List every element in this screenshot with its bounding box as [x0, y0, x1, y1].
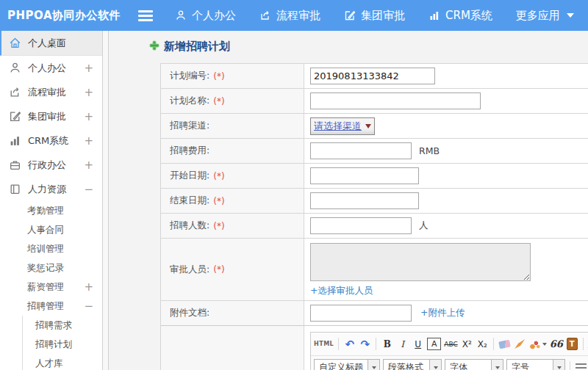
- font-style-button[interactable]: A: [427, 338, 441, 350]
- end-date-input[interactable]: [310, 192, 419, 209]
- plan-number-input[interactable]: [310, 68, 435, 84]
- headcount-input[interactable]: [310, 217, 412, 234]
- process-icon: [9, 86, 21, 98]
- unit-suffix: 人: [419, 220, 429, 232]
- sidebar-item-recruit-mgmt[interactable]: 招聘管理−: [0, 297, 102, 316]
- home-icon: [9, 37, 21, 49]
- topnav-group-approval[interactable]: 集团审批: [344, 9, 405, 23]
- sidebar-item-recruit-plan[interactable]: 招聘计划: [23, 335, 102, 354]
- bold-button[interactable]: B: [381, 337, 393, 352]
- sidebar-item-crm[interactable]: CRM系统 +: [0, 128, 102, 153]
- sidebar-item-recruit-demand[interactable]: 招聘需求: [23, 316, 102, 335]
- topnav-personal-office[interactable]: 个人办公: [175, 9, 236, 23]
- form-row-plan-name: 计划名称:(*): [161, 89, 588, 114]
- align-left-icon[interactable]: [575, 360, 587, 370]
- form-row-attachment: 附件文档: +附件上传: [161, 301, 588, 326]
- approvers-textarea[interactable]: [310, 243, 531, 281]
- redo-icon[interactable]: ↷: [359, 337, 371, 352]
- edit-square-icon: [344, 10, 356, 21]
- form-row-channel: 招聘渠道: 请选择渠道: [161, 114, 588, 139]
- paragraph-format-select[interactable]: 段落格式: [383, 359, 442, 370]
- underline-button[interactable]: U: [412, 337, 424, 352]
- topnav-more-apps[interactable]: 更多应用: [516, 9, 574, 23]
- rich-text-editor: HTML ↶ ↷ B I U A ABC X² X₂: [310, 332, 588, 370]
- editor-toolbar-row1: HTML ↶ ↷ B I U A ABC X² X₂: [311, 333, 588, 356]
- editor-toolbar-row2: 自定义标题 段落格式 字体 字号 ∞ ∞: [311, 356, 588, 370]
- topnav-process-approval[interactable]: 流程审批: [259, 9, 320, 23]
- main-content: 新增招聘计划 计划编号:(*) 计划名称:(*) 招聘渠道: 请选择渠道: [109, 31, 588, 370]
- cost-input[interactable]: [310, 142, 412, 159]
- sidebar-item-personal-office[interactable]: 个人办公 +: [0, 56, 102, 80]
- paint-dropdown-icon[interactable]: [529, 337, 547, 352]
- sidebar-item-hr-contract[interactable]: 人事合同: [0, 220, 102, 239]
- collapse-minus-icon[interactable]: −: [84, 300, 93, 313]
- sidebar-scrollbar[interactable]: [102, 31, 109, 370]
- field-label: 附件文档:: [170, 307, 209, 319]
- user-icon: [9, 62, 21, 74]
- required-marker: (*): [213, 71, 224, 81]
- paste-icon[interactable]: T: [566, 337, 578, 352]
- field-label: 招聘人数:: [170, 220, 209, 232]
- custom-title-select[interactable]: 自定义标题: [314, 359, 380, 370]
- field-label: 开始日期:: [170, 170, 209, 182]
- top-navigation: 个人办公 流程审批 集团审批 CRM系统 更多应用: [175, 9, 574, 23]
- expand-plus-icon[interactable]: +: [84, 159, 93, 172]
- font-size-select[interactable]: 字号: [506, 359, 565, 370]
- form-row-headcount: 招聘人数:(*) 人: [161, 214, 588, 239]
- sidebar-item-rewards[interactable]: 奖惩记录: [0, 258, 102, 278]
- sidebar-item-salary[interactable]: 薪资管理+: [0, 278, 102, 297]
- html-source-button[interactable]: HTML: [314, 337, 334, 352]
- channel-select[interactable]: 请选择渠道: [310, 117, 375, 135]
- superscript-button[interactable]: X²: [461, 337, 473, 352]
- subscript-button[interactable]: X₂: [476, 337, 489, 352]
- field-label: 计划名称:: [170, 95, 209, 107]
- expand-plus-icon[interactable]: +: [84, 134, 93, 148]
- field-label: 招聘渠道:: [170, 120, 209, 132]
- sidebar-item-admin-office[interactable]: 行政办公 +: [0, 153, 102, 177]
- plan-name-input[interactable]: [310, 92, 481, 109]
- start-date-input[interactable]: [310, 167, 419, 184]
- user-icon: [175, 10, 187, 21]
- book-icon: [9, 183, 21, 195]
- briefcase-icon: [9, 159, 21, 171]
- field-label: 计划编号:: [170, 70, 209, 82]
- edit-square-icon: [9, 110, 21, 123]
- sidebar-item-desktop[interactable]: 个人桌面: [0, 31, 102, 56]
- expand-plus-icon[interactable]: +: [84, 110, 93, 123]
- menu-toggle-icon[interactable]: [138, 10, 153, 21]
- sidebar-item-hr[interactable]: 人力资源 −: [0, 177, 102, 201]
- attachment-upload-link[interactable]: +附件上传: [420, 307, 465, 319]
- required-marker: (*): [213, 171, 224, 181]
- choose-approvers-link[interactable]: +选择审批人员: [310, 285, 373, 297]
- recruit-plan-form: 计划编号:(*) 计划名称:(*) 招聘渠道: 请选择渠道: [160, 63, 588, 370]
- add-plus-icon: [149, 40, 159, 54]
- required-marker: (*): [213, 96, 224, 106]
- strikethrough-button[interactable]: ABC: [444, 337, 457, 352]
- italic-button[interactable]: I: [396, 337, 409, 352]
- bar-chart-icon: [9, 134, 21, 147]
- sidebar-item-attendance[interactable]: 考勤管理: [0, 201, 102, 220]
- form-row-plan-number: 计划编号:(*): [161, 64, 588, 89]
- recruit-submenu: 招聘需求 招聘计划 人才库: [22, 316, 102, 370]
- font-family-select[interactable]: 字体: [445, 359, 503, 370]
- field-label: 审批人员:: [170, 264, 209, 276]
- eraser-icon[interactable]: [498, 337, 511, 352]
- undo-icon[interactable]: ↶: [343, 337, 356, 352]
- form-row-end-date: 结束日期:(*): [161, 189, 588, 214]
- blockquote-button[interactable]: 66: [550, 337, 563, 352]
- sidebar-item-training[interactable]: 培训管理: [0, 239, 102, 258]
- field-label: 结束日期:: [170, 195, 209, 207]
- field-label: 招聘费用:: [170, 145, 209, 157]
- caret-down-icon: [567, 13, 574, 18]
- sidebar-item-process-approval[interactable]: 流程审批 +: [0, 80, 102, 104]
- format-brush-icon[interactable]: [514, 337, 526, 352]
- expand-plus-icon[interactable]: +: [84, 280, 93, 294]
- sidebar-item-talent-pool[interactable]: 人才库: [23, 354, 102, 370]
- sidebar-item-group-approval[interactable]: 集团审批 +: [0, 104, 102, 128]
- expand-plus-icon[interactable]: +: [84, 86, 93, 99]
- topbar: PHPOA协同办公软件 个人办公 流程审批 集团审批 CRM系统 更多应用: [0, 0, 588, 31]
- attachment-input[interactable]: [310, 305, 412, 322]
- collapse-minus-icon[interactable]: −: [84, 183, 93, 196]
- topnav-crm[interactable]: CRM系统: [429, 9, 492, 23]
- expand-plus-icon[interactable]: +: [84, 62, 93, 75]
